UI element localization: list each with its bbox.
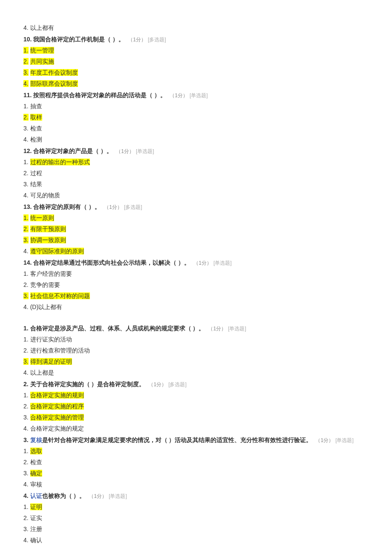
option-line: 1.抽查 [23,102,369,111]
option-number: 1. [23,336,29,343]
question-link[interactable]: 认证 [30,492,42,499]
option-line: 4.部际联席会议制度 [23,79,369,88]
question-type-tag: [单选题] [228,326,246,332]
option-text: 合格评定实施的程序 [30,403,84,410]
option-line: 3.社会信息不对称的问题 [23,292,369,301]
option-text: 统一管理 [30,47,54,54]
option-number: 3. [23,414,29,421]
option-text: 可见的物质 [30,192,60,199]
option-text: 合格评定实施的管理 [30,414,84,421]
option-line: 1.选取 [23,447,369,456]
option-number: 4. [23,24,29,31]
option-text: 证实 [30,515,42,521]
option-number: 4. [23,192,29,199]
question-text: 关于合格评定实施的（ ）是合格评定制度。 [30,381,145,387]
option-text: 证明 [30,503,42,510]
option-line: 4.以上都是 [23,368,369,377]
option-number: 4. [23,136,29,143]
option-number: 4. [23,369,29,376]
question-points: （1分） [315,437,334,443]
option-text: 得到满足的证明 [30,358,72,365]
option-text: 审核 [30,481,42,488]
question-number: 12. [23,147,32,154]
question-type-tag: [多选题] [168,382,187,387]
option-text: 进行检查和管理的活动 [30,347,90,354]
question-line: 10. 我国合格评定的工作机制是（ ）。（1分）[多选题] [23,35,369,44]
option-number: 2. [23,347,29,354]
option-number: 2. [23,403,29,410]
option-number: 4. [23,537,29,543]
option-line: 1.统一原则 [23,214,369,223]
question-points: （1分） [104,204,122,210]
option-line: 2.进行检查和管理的活动 [23,346,369,355]
option-number: 4. [23,304,29,310]
question-points: （1分） [89,493,107,499]
option-text: 合格评定实施的规定 [30,425,84,432]
option-number: 2. [23,515,29,521]
question-type-tag: [单选题] [335,437,354,443]
option-text: 过程的输出的一种形式 [30,159,90,165]
section-gap [23,314,369,321]
option-line: 2.共同实施 [23,57,369,66]
option-text: 确定 [30,470,42,477]
option-text: 年度工作会议制度 [30,69,78,76]
question-line: 11. 按照程序提供合格评定对象的样品的活动是（ ）。（1分）[单选题] [23,91,369,100]
question-text: 合格评定的原则有（ ）。 [33,203,101,210]
option-line: 1.过程的输出的一种形式 [23,158,369,167]
option-text: 部际联席会议制度 [30,80,78,87]
question-points: （1分） [170,92,188,98]
option-text: 有限干预原则 [30,225,66,232]
option-line: 1.统一管理 [23,46,369,55]
option-number: 3. [23,237,29,243]
question-link[interactable]: 复核 [30,436,42,443]
option-text: 竞争的需要 [30,281,60,288]
option-number: 1. [23,159,29,165]
question-text: 合格评定结果通过书面形式向社会公示结果，以解决（ ）。 [33,259,190,266]
question-type-tag: [多选题] [124,204,142,210]
option-number: 2. [23,170,29,176]
option-number: 1. [23,47,29,54]
option-line: 2.过程 [23,169,369,178]
option-line: 1.证明 [23,503,369,512]
option-text: 合格评定实施的规则 [30,392,84,399]
option-number: 4. [23,481,29,488]
option-number: 2. [23,114,29,121]
option-text: 过程 [30,170,42,176]
question-number: 10. [23,36,32,43]
question-points: （1分） [128,37,146,43]
document-root: 4.以上都有10. 我国合格评定的工作机制是（ ）。（1分）[多选题]1.统一管… [23,23,369,545]
question-line: 3. 复核是针对合格评定对象满足规定要求的情况，对（ ）活动及其结果的适宜性、充… [23,436,369,445]
option-text: (D)以上都有 [30,304,62,310]
option-number: 3. [23,125,29,132]
option-line: 4.合格评定实施的规定 [23,424,369,433]
option-line: 4.检测 [23,135,369,144]
option-text: 社会信息不对称的问题 [30,292,90,299]
option-number: 3. [23,292,29,299]
option-number: 2. [23,459,29,465]
option-line: 2.合格评定实施的程序 [23,402,369,411]
option-line: 2.竞争的需要 [23,280,369,289]
option-line: 1.合格评定实施的规则 [23,391,369,400]
option-text: 共同实施 [30,58,54,65]
option-line: 3.年度工作会议制度 [23,68,369,77]
question-number: 14. [23,259,32,266]
question-points: （1分） [148,382,167,387]
question-line: 14. 合格评定结果通过书面形式向社会公示结果，以解决（ ）。（1分）[单选题] [23,258,369,267]
option-line: 4.以上都有 [23,23,369,32]
question-number: 1. [23,325,29,332]
option-number: 1. [23,214,29,221]
question-type-tag: [单选题] [190,92,208,98]
question-line: 4. 认证也被称为（ ）。（1分）[单选题] [23,491,369,500]
option-text: 注册 [30,526,42,532]
option-line: 1.客户经营的需要 [23,269,369,278]
question-points: （1分） [193,260,212,266]
option-number: 3. [23,470,29,477]
option-line: 2.有限干预原则 [23,225,369,234]
question-type-tag: [单选题] [213,260,232,266]
option-number: 1. [23,392,29,399]
question-points: （1分） [208,326,226,332]
question-number: 11. [23,92,32,98]
option-text: 检查 [30,459,42,465]
option-number: 3. [23,526,29,532]
option-line: 3.得到满足的证明 [23,357,369,366]
